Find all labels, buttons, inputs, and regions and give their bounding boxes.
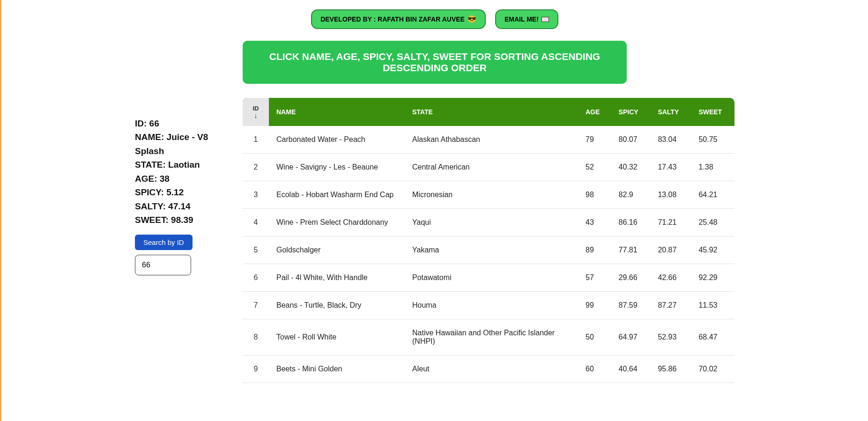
cell-id: 6 [243, 264, 269, 292]
cell-sweet: 64.21 [691, 181, 734, 209]
cell-name: Ecolab - Hobart Washarm End Cap [269, 181, 405, 209]
email-label: EMAIL ME! [504, 15, 539, 23]
cell-spicy: 87.59 [611, 292, 651, 319]
cell-sweet: 11.53 [691, 292, 734, 319]
detail-id-label: ID: [135, 118, 147, 128]
cell-name: Towel - Roll White [269, 319, 405, 355]
id-header-label: ID [247, 105, 264, 112]
cell-age: 50 [578, 319, 611, 355]
cell-name: Wine - Savigny - Les - Beaune [269, 154, 405, 181]
table-row: 8Towel - Roll WhiteNative Hawaiian and O… [243, 319, 734, 355]
cell-id: 5 [243, 236, 269, 264]
cell-salty: 13.08 [650, 181, 691, 209]
cell-sweet: 70.02 [691, 355, 734, 383]
detail-name-label: NAME: [135, 132, 164, 142]
cell-spicy: 64.97 [611, 319, 651, 355]
table-header-row: ID ↓ NAME STATE AGE SPICY SALTY SWEET [243, 98, 734, 126]
search-by-id-button[interactable]: Search by ID [135, 235, 193, 250]
cell-id: 9 [243, 355, 269, 383]
love-letter-icon [542, 17, 549, 22]
table-row: 1Carbonated Water - PeachAlaskan Athabas… [243, 126, 734, 154]
column-header-salty[interactable]: SALTY [650, 98, 691, 126]
table-row: 4Wine - Prem Select CharddonanyYaqui4386… [243, 209, 734, 236]
cell-name: Pail - 4l White, With Handle [269, 264, 405, 292]
detail-sweet-label: SWEET: [135, 215, 169, 225]
cell-spicy: 40.64 [611, 355, 651, 383]
cell-name: Wine - Prem Select Charddonany [269, 209, 405, 236]
cell-name: Beans - Turtle, Black, Dry [269, 292, 405, 319]
cell-name: Beets - Mini Golden [269, 355, 405, 383]
cell-salty: 20.87 [650, 236, 691, 264]
cell-age: 52 [578, 154, 611, 181]
cell-id: 3 [243, 181, 269, 209]
table-row: 3Ecolab - Hobart Washarm End CapMicrones… [243, 181, 734, 209]
detail-sweet-value: 98.39 [171, 215, 193, 225]
sunglasses-emoji-icon: 😎 [467, 15, 476, 23]
cell-salty: 42.66 [650, 264, 691, 292]
cell-age: 89 [578, 236, 611, 264]
cell-age: 98 [578, 181, 611, 209]
detail-id: ID: 66 [135, 117, 229, 130]
detail-age-value: 38 [160, 174, 170, 184]
cell-age: 79 [578, 126, 611, 154]
data-table: ID ↓ NAME STATE AGE SPICY SALTY SWEET 1C… [243, 98, 734, 383]
table-row: 5GoldschalgerYakama8977.8120.8745.92 [243, 236, 734, 264]
cell-state: Native Hawaiian and Other Pacific Island… [405, 319, 578, 355]
cell-spicy: 80.07 [611, 126, 651, 154]
table-row: 7Beans - Turtle, Black, DryHouma9987.598… [243, 292, 734, 319]
table-container: ID ↓ NAME STATE AGE SPICY SALTY SWEET 1C… [243, 98, 734, 383]
cell-age: 57 [578, 264, 611, 292]
table-row: 2Wine - Savigny - Les - BeauneCentral Am… [243, 154, 734, 181]
detail-name: NAME: Juice - V8 Splash [135, 130, 229, 158]
cell-id: 1 [243, 126, 269, 154]
detail-age: AGE: 38 [135, 172, 229, 185]
cell-sweet: 1.38 [691, 154, 734, 181]
detail-salty-value: 47.14 [168, 201, 191, 211]
cell-state: Houma [405, 292, 578, 319]
cell-salty: 17.43 [650, 154, 691, 181]
cell-salty: 95.86 [650, 355, 691, 383]
search-id-input[interactable] [135, 255, 191, 275]
cell-name: Goldschalger [269, 236, 405, 264]
detail-state-label: STATE: [135, 160, 166, 170]
cell-sweet: 68.47 [691, 319, 734, 355]
detail-state: STATE: Laotian [135, 158, 229, 171]
cell-salty: 83.04 [650, 126, 691, 154]
cell-sweet: 50.75 [691, 126, 734, 154]
detail-salty: SALTY: 47.14 [135, 199, 229, 213]
cell-spicy: 77.81 [611, 236, 651, 264]
arrow-down-icon: ↓ [254, 111, 258, 119]
cell-state: Potawatomi [405, 264, 578, 292]
developer-button[interactable]: DEVELOPED BY : RAFATH BIN ZAFAR AUVEE 😎 [311, 9, 486, 29]
cell-age: 43 [578, 209, 611, 236]
cell-sweet: 45.92 [691, 236, 734, 264]
cell-sweet: 92.29 [691, 264, 734, 292]
detail-sidebar: ID: 66 NAME: Juice - V8 Splash STATE: La… [135, 98, 229, 383]
column-header-name[interactable]: NAME [269, 98, 405, 126]
detail-sweet: SWEET: 98.39 [135, 213, 229, 227]
cell-state: Aleut [405, 355, 578, 383]
cell-sweet: 25.48 [691, 209, 734, 236]
cell-salty: 52.93 [650, 319, 691, 355]
detail-state-value: Laotian [168, 160, 200, 170]
cell-id: 4 [243, 209, 269, 236]
cell-spicy: 29.66 [611, 264, 651, 292]
detail-salty-label: SALTY: [135, 201, 166, 211]
column-header-age[interactable]: AGE [578, 98, 611, 126]
cell-salty: 71.21 [650, 209, 691, 236]
column-header-spicy[interactable]: SPICY [611, 98, 651, 126]
developer-label: DEVELOPED BY : RAFATH BIN ZAFAR AUVEE [320, 15, 465, 23]
column-header-sweet[interactable]: SWEET [691, 98, 734, 126]
cell-state: Micronesian [405, 181, 578, 209]
cell-state: Yakama [405, 236, 578, 264]
cell-salty: 87.27 [650, 292, 691, 319]
cell-id: 8 [243, 319, 269, 355]
detail-id-value: 66 [149, 118, 159, 128]
sort-instruction-banner: CLICK NAME, AGE, SPICY, SALTY, SWEET FOR… [243, 41, 627, 84]
column-header-id[interactable]: ID ↓ [243, 98, 269, 126]
detail-spicy-value: 5.12 [166, 187, 184, 197]
detail-spicy: SPICY: 5.12 [135, 185, 229, 199]
cell-id: 7 [243, 292, 269, 319]
table-body: 1Carbonated Water - PeachAlaskan Athabas… [243, 126, 734, 383]
email-button[interactable]: EMAIL ME! [495, 9, 558, 29]
